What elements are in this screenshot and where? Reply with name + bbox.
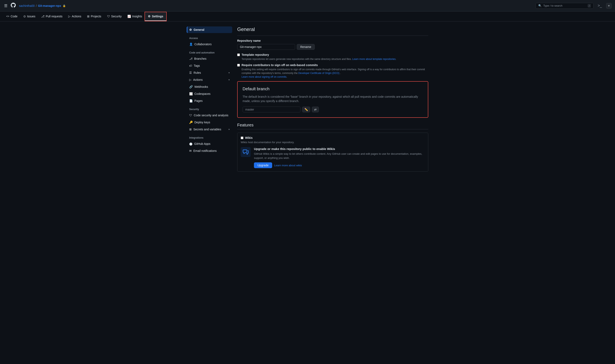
nav-issues[interactable]: ⊙ Issues	[20, 12, 38, 21]
sidebar: ⚙ General Access 👤 Collaborators Code an…	[187, 26, 232, 177]
search-bar[interactable]: 🔍 Type / to search /	[536, 3, 593, 9]
repo-nav: <> Code ⊙ Issues ⎇ Pull requests ▷ Actio…	[0, 12, 615, 22]
nav-settings[interactable]: ⚙ Settings	[145, 12, 166, 21]
template-repo-desc: Template repositories let users generate…	[242, 57, 396, 61]
repo-name-group: Repository name Rename	[237, 39, 428, 50]
nav-pull-requests[interactable]: ⎇ Pull requests	[38, 12, 65, 21]
rename-button[interactable]: Rename	[297, 44, 315, 50]
sidebar-item-branches[interactable]: ⎇ Branches	[187, 55, 232, 62]
template-repo-link[interactable]: Learn more about template repositories	[352, 58, 396, 61]
hamburger-icon[interactable]: ☰	[3, 3, 8, 9]
sidebar-item-rules[interactable]: ☰ Rules ▾	[187, 69, 232, 76]
wikis-row: Wikis	[241, 136, 425, 140]
pages-icon: 📄	[189, 99, 193, 103]
sidebar-section-security: Security	[187, 104, 232, 112]
default-branch-title: Default branch	[243, 87, 423, 91]
nav-actions[interactable]: ▷ Actions	[65, 12, 84, 21]
upgrade-actions: Upgrade Learn more about wikis	[254, 162, 425, 168]
breadcrumb: sachintha00 / Git-manager-npx 🔒	[19, 4, 66, 7]
repo-name-input-row: Rename	[237, 44, 428, 50]
sidebar-item-deploy-keys[interactable]: 🔑 Deploy keys	[187, 119, 232, 126]
default-branch-desc: The default branch is considered the "ba…	[243, 95, 423, 103]
upgrade-title: Upgrade or make this repository public t…	[254, 147, 425, 151]
sidebar-item-collaborators[interactable]: 👤 Collaborators	[187, 41, 232, 48]
sidebar-section-code-automation: Code and automation	[187, 48, 232, 55]
lock-icon: 🔒	[63, 4, 66, 7]
template-repo-label: Template repository	[242, 53, 396, 56]
repo-name-input[interactable]	[237, 44, 295, 50]
sidebar-item-webhooks[interactable]: 🔗 Webhooks	[187, 83, 232, 90]
actions-icon: ▷	[68, 15, 70, 18]
wikis-checkbox[interactable]	[241, 137, 243, 139]
sidebar-item-general[interactable]: ⚙ General	[187, 26, 232, 33]
nav-code[interactable]: <> Code	[3, 12, 20, 21]
template-repo-checkbox[interactable]	[237, 53, 240, 56]
sign-off-link[interactable]: Learn more about signing off on commits	[242, 75, 287, 78]
topbar: ☰ sachintha00 / Git-manager-npx 🔒 🔍 Type…	[0, 0, 615, 12]
dco-link[interactable]: Developer Certificate of Origin (DCO)	[298, 72, 339, 75]
features-title: Features	[237, 123, 428, 129]
username[interactable]: sachintha00	[19, 4, 35, 7]
upgrade-button[interactable]: Upgrade	[254, 162, 272, 168]
nav-insights[interactable]: 📈 Insights	[124, 12, 145, 21]
sidebar-section-access: Access	[187, 33, 232, 41]
general-icon: ⚙	[189, 28, 192, 31]
code-icon: <>	[6, 15, 9, 18]
actions-chevron: ▾	[229, 78, 230, 81]
webhooks-icon: 🔗	[189, 85, 193, 88]
sign-off-row: Require contributors to sign off on web-…	[237, 64, 428, 79]
upgrade-row: Upgrade or make this repository public t…	[241, 147, 425, 168]
sidebar-item-code-security[interactable]: 🛡 Code security and analysis	[187, 112, 232, 118]
switch-branch-button[interactable]: ⇄	[312, 107, 319, 112]
branch-input-row: ✏️ ⇄	[243, 107, 423, 112]
secrets-chevron: ▾	[229, 128, 230, 131]
wikis-upgrade-icon	[241, 147, 251, 157]
sign-off-content: Require contributors to sign off on web-…	[242, 64, 428, 79]
insights-icon: 📈	[127, 15, 131, 18]
nav-security[interactable]: 🛡 Security	[104, 12, 125, 21]
sign-off-checkbox[interactable]	[237, 64, 240, 66]
search-icon: 🔍	[538, 4, 542, 7]
actions-sidebar-icon: ▷	[189, 78, 191, 81]
issues-icon: ⊙	[23, 15, 26, 18]
repo-name[interactable]: Git-manager-npx	[38, 4, 61, 7]
settings-icon: ⚙	[148, 15, 150, 18]
terminal-icon[interactable]: >_	[596, 3, 604, 9]
github-apps-icon: ⬤	[189, 142, 192, 145]
search-slash-key: /	[588, 4, 591, 7]
upgrade-desc: GitHub Wikis is a simple way to let othe…	[254, 152, 425, 160]
branches-icon: ⎇	[189, 57, 192, 60]
pr-icon: ⎇	[41, 15, 44, 18]
edit-branch-button[interactable]: ✏️	[302, 107, 310, 112]
code-security-icon: 🛡	[189, 114, 192, 117]
sidebar-section-integrations: Integrations	[187, 133, 232, 141]
sidebar-item-email-notifications[interactable]: ✉ Email notifications	[187, 147, 232, 154]
features-section: Features Wikis Wikis host documentation …	[237, 123, 428, 172]
sidebar-item-tags[interactable]: 🏷 Tags	[187, 62, 232, 69]
wikis-label: Wikis	[245, 136, 252, 140]
upgrade-content: Upgrade or make this repository public t…	[254, 147, 425, 168]
sidebar-item-pages[interactable]: 📄 Pages	[187, 98, 232, 104]
rules-icon: ☰	[189, 71, 192, 74]
sidebar-item-secrets[interactable]: ⊞ Secrets and variables ▾	[187, 126, 232, 133]
sidebar-item-github-apps[interactable]: ⬤ GitHub Apps	[187, 141, 232, 147]
email-icon: ✉	[189, 149, 192, 153]
new-button[interactable]: +	[606, 3, 612, 9]
wikis-desc: Wikis host documentation for your reposi…	[241, 141, 425, 144]
sign-off-desc: Enabling this setting will require contr…	[242, 67, 428, 79]
sign-off-label: Require contributors to sign off on web-…	[242, 64, 428, 67]
branch-name-input[interactable]	[243, 107, 301, 112]
sidebar-item-codespaces[interactable]: ⬜ Codespaces	[187, 91, 232, 97]
wikis-card: Wikis Wikis host documentation for your …	[237, 133, 428, 172]
default-branch-section: Default branch The default branch is con…	[237, 81, 428, 118]
learn-wikis-link[interactable]: Learn more about wikis	[274, 164, 302, 167]
template-repo-content: Template repository Template repositorie…	[242, 53, 396, 61]
search-placeholder: Type / to search	[543, 4, 562, 7]
nav-projects[interactable]: ⊞ Projects	[84, 12, 104, 21]
tags-icon: 🏷	[189, 64, 192, 67]
deploy-keys-icon: 🔑	[189, 121, 193, 124]
sidebar-item-actions[interactable]: ▷ Actions ▾	[187, 77, 232, 83]
breadcrumb-separator: /	[36, 4, 37, 7]
page-title: General	[237, 26, 428, 36]
main-layout: ⚙ General Access 👤 Collaborators Code an…	[183, 22, 432, 182]
